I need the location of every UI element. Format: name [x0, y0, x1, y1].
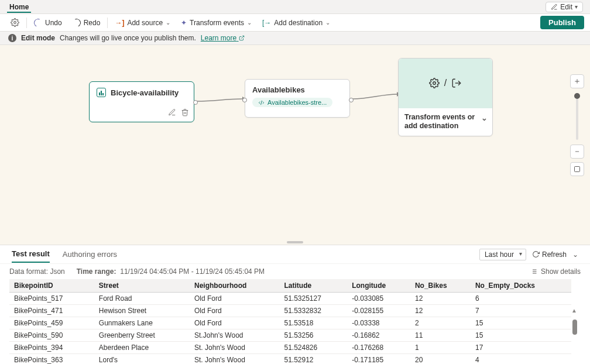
- scrollbar-thumb[interactable]: [572, 320, 577, 335]
- transform-node-title: Availablebikes: [252, 85, 342, 94]
- tab-test-result[interactable]: Test result: [12, 246, 50, 263]
- svg-rect-6: [575, 167, 580, 172]
- destination-placeholder-node[interactable]: / Transform events or add destination ⌄: [398, 58, 493, 136]
- banner-mode: Edit mode: [21, 34, 55, 42]
- chevron-down-icon: ⌄: [325, 19, 330, 26]
- transform-out-port[interactable]: [349, 98, 354, 102]
- delete-node-button[interactable]: [181, 108, 189, 118]
- redo-button[interactable]: Redo: [68, 16, 105, 29]
- redo-icon: [71, 18, 82, 28]
- pipeline-canvas[interactable]: Bicycle-availability Availablebikes Avai…: [0, 45, 590, 245]
- zoom-in-button[interactable]: ＋: [570, 74, 584, 88]
- chevron-down-icon[interactable]: ⌄: [481, 114, 488, 123]
- add-destination-button[interactable]: [→ Add destination ⌄: [258, 16, 335, 29]
- table-row[interactable]: BikePoints_394Aberdeen PlaceSt. John's W…: [9, 342, 571, 354]
- table-row[interactable]: BikePoints_363Lord'sSt. John's Wood51.52…: [9, 354, 571, 365]
- table-row[interactable]: BikePoints_517Ford RoadOld Ford51.532512…: [9, 293, 571, 305]
- tab-home[interactable]: Home: [7, 1, 31, 13]
- source-chart-icon: [97, 88, 106, 97]
- transform-node[interactable]: Availablebikes Availablebikes-stre...: [245, 79, 350, 118]
- add-source-button[interactable]: →] Add source ⌄: [110, 16, 175, 29]
- undo-icon: [33, 18, 43, 28]
- dest-placeholder-text: Transform events or add destination: [404, 113, 475, 131]
- source-node-title: Bicycle-availability: [111, 88, 179, 97]
- edit-menu-label: Edit: [560, 3, 572, 11]
- data-format-value: Json: [50, 267, 64, 276]
- col-no_empty_docks[interactable]: No_Empty_Docks: [471, 279, 571, 293]
- exit-icon: [451, 78, 462, 88]
- settings-button[interactable]: [6, 16, 24, 29]
- tab-authoring-errors[interactable]: Authoring errors: [63, 246, 117, 262]
- edit-node-button[interactable]: [168, 108, 176, 118]
- transform-chip[interactable]: Availablebikes-stre...: [252, 98, 332, 107]
- table-row[interactable]: BikePoints_590Greenberry StreetSt.John's…: [9, 329, 571, 342]
- source-node[interactable]: Bicycle-availability: [89, 81, 194, 122]
- results-table: BikepointIDStreetNeighbourhoodLatitudeLo…: [9, 279, 571, 364]
- col-no_bikes[interactable]: No_Bikes: [410, 279, 471, 293]
- time-range-select[interactable]: Last hour: [479, 249, 526, 260]
- refresh-icon: [532, 250, 540, 258]
- publish-button[interactable]: Publish: [540, 16, 584, 29]
- add-source-icon: →]: [115, 19, 124, 27]
- col-street[interactable]: Street: [94, 279, 190, 293]
- refresh-button[interactable]: Refresh: [532, 250, 567, 259]
- zoom-slider[interactable]: [576, 93, 578, 140]
- col-bikepointid[interactable]: BikepointID: [9, 279, 94, 293]
- chevron-down-icon: ⌄: [247, 19, 252, 26]
- col-neighbourhood[interactable]: Neighbourhood: [190, 279, 279, 293]
- zoom-fit-button[interactable]: [570, 162, 584, 176]
- edit-mode-banner: i Edit mode Changes will go live once yo…: [0, 32, 590, 45]
- panel-resize-handle[interactable]: [287, 241, 303, 243]
- scroll-up-icon[interactable]: ▲: [571, 307, 577, 314]
- show-details-button[interactable]: Show details: [530, 267, 581, 276]
- col-longitude[interactable]: Longitude: [347, 279, 410, 293]
- data-format-label: Data format:: [9, 267, 48, 276]
- chevron-down-icon: ⌄: [166, 19, 170, 26]
- col-latitude[interactable]: Latitude: [279, 279, 347, 293]
- info-icon: i: [8, 34, 16, 42]
- table-row[interactable]: BikePoints_471Hewison StreetOld Ford51.5…: [9, 305, 571, 317]
- chevron-down-icon: ▾: [575, 4, 578, 10]
- table-row[interactable]: BikePoints_459Gunmakers LaneOld Ford51.5…: [9, 317, 571, 329]
- chevron-down-icon[interactable]: ⌄: [572, 250, 578, 259]
- time-range-value: 11/19/24 04:45:04 PM - 11/19/24 05:45:04…: [120, 267, 265, 276]
- add-destination-icon: [→: [262, 19, 271, 27]
- banner-message: Changes will go live once you publish th…: [60, 34, 196, 42]
- gear-icon: [429, 78, 440, 88]
- learn-more-link[interactable]: Learn more: [201, 34, 245, 42]
- details-icon: [530, 268, 537, 275]
- svg-line-1: [241, 36, 244, 39]
- svg-point-4: [433, 82, 436, 85]
- transform-icon: ✦: [181, 19, 187, 27]
- zoom-out-button[interactable]: －: [570, 145, 584, 159]
- svg-point-0: [14, 22, 16, 24]
- time-range-label: Time range:: [77, 267, 116, 276]
- edit-menu-button[interactable]: Edit ▾: [546, 2, 583, 12]
- transform-events-button[interactable]: ✦ Transform events ⌄: [176, 16, 256, 29]
- zoom-slider-thumb[interactable]: [574, 93, 580, 99]
- transform-in-port[interactable]: [242, 98, 247, 102]
- source-out-port[interactable]: [193, 100, 198, 105]
- undo-button[interactable]: Undo: [29, 16, 67, 29]
